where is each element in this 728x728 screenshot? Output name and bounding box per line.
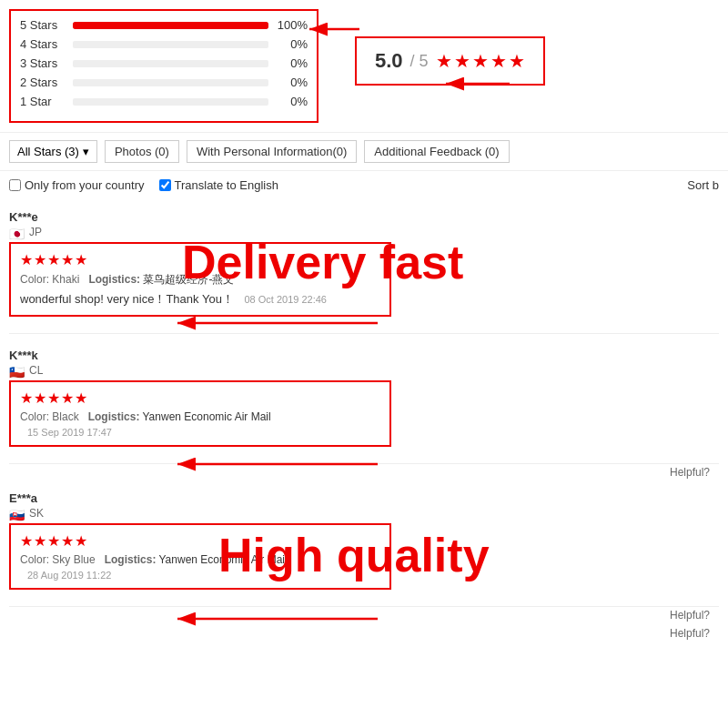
bar-label: 3 Stars xyxy=(20,56,66,70)
bar-row: 1 Star 0% xyxy=(20,95,308,108)
review-item: K***k 🇨🇱 CL ★★★★★ Color: Black Logistics… xyxy=(9,338,719,464)
bar-row: 4 Stars 0% xyxy=(20,37,308,51)
review-stars: ★★★★★ xyxy=(20,389,380,407)
reviewer-country: 🇸🇰 SK xyxy=(9,507,719,520)
score-divider: / 5 xyxy=(410,52,429,71)
bar-track xyxy=(73,22,268,29)
review-item: E***a 🇸🇰 SK ★★★★★ Color: Sky Blue Logist… xyxy=(9,480,719,607)
overall-stars: ★ ★ ★ ★ ★ xyxy=(436,50,525,72)
review-stars: ★★★★★ xyxy=(20,532,380,550)
page-wrapper: 5 Stars 100% 4 Stars 0% 3 Stars 0% 2 Sta… xyxy=(0,0,728,643)
options-row: Only from your country Translate to Engl… xyxy=(0,171,728,199)
reviewer-name: K***k xyxy=(9,349,719,362)
bar-label: 4 Stars xyxy=(20,37,66,51)
rating-bars: 5 Stars 100% 4 Stars 0% 3 Stars 0% 2 Sta… xyxy=(9,9,318,123)
helpful-row-1: Helpful? xyxy=(0,623,728,643)
bar-row: 2 Stars 0% xyxy=(20,76,308,89)
bar-pct: 100% xyxy=(276,18,308,32)
review-box: ★★★★★ Color: Khaki Logistics: 菜鸟超级经济-燕文 … xyxy=(9,242,391,317)
only-from-country-label[interactable]: Only from your country xyxy=(9,178,145,192)
review-date: 28 Aug 2019 11:22 xyxy=(27,570,380,581)
review-meta: Color: Black Logistics: Yanwen Economic … xyxy=(20,410,380,423)
country-code: JP xyxy=(29,226,42,238)
chevron-down-icon: ▾ xyxy=(83,145,89,158)
bar-track xyxy=(73,60,268,67)
bar-pct: 0% xyxy=(276,76,308,89)
country-flag: 🇨🇱 xyxy=(9,365,25,376)
review-box: ★★★★★ Color: Sky Blue Logistics: Yanwen … xyxy=(9,523,391,590)
reviewer-name: E***a xyxy=(9,491,719,505)
bar-label: 5 Stars xyxy=(20,18,66,32)
translate-to-english-label[interactable]: Translate to English xyxy=(159,178,278,192)
reviews-section: K***e 🇯🇵 JP ★★★★★ Color: Khaki Logistics… xyxy=(0,199,728,623)
bar-track xyxy=(73,41,268,48)
bar-row: 5 Stars 100% xyxy=(20,18,308,32)
review-meta: Color: Sky Blue Logistics: Yanwen Econom… xyxy=(20,553,380,566)
sort-by-label: Sort b xyxy=(687,178,719,192)
helpful-row-3: Helpful? xyxy=(9,607,719,623)
bar-pct: 0% xyxy=(276,56,308,70)
review-box: ★★★★★ Color: Black Logistics: Yanwen Eco… xyxy=(9,380,391,447)
review-text: wonderful shop! very nice！Thank You！ 08 … xyxy=(20,291,380,308)
bar-pct: 0% xyxy=(276,37,308,51)
stars-filter-dropdown[interactable]: All Stars (3) ▾ xyxy=(9,140,97,163)
review-item: K***e 🇯🇵 JP ★★★★★ Color: Khaki Logistics… xyxy=(9,199,719,334)
country-flag: 🇸🇰 xyxy=(9,508,25,519)
country-code: CL xyxy=(29,364,43,377)
bar-label: 1 Star xyxy=(20,95,66,108)
country-flag: 🇯🇵 xyxy=(9,227,25,238)
reviewer-name: K***e xyxy=(9,210,719,224)
bar-track xyxy=(73,98,268,106)
review-date: 08 Oct 2019 22:46 xyxy=(244,294,327,305)
review-date: 15 Sep 2019 17:47 xyxy=(27,427,380,438)
filter-bar: All Stars (3) ▾ Photos (0) With Personal… xyxy=(0,132,728,171)
bar-track xyxy=(73,79,268,86)
rating-right: 5.0 / 5 ★ ★ ★ ★ ★ xyxy=(355,9,545,123)
bar-row: 3 Stars 0% xyxy=(20,56,308,70)
translate-to-english-checkbox[interactable] xyxy=(159,179,171,191)
photos-filter-button[interactable]: Photos (0) xyxy=(105,140,179,163)
score-box: 5.0 / 5 ★ ★ ★ ★ ★ xyxy=(355,36,545,86)
personal-info-filter-button[interactable]: With Personal Information(0) xyxy=(187,140,357,163)
reviewer-country: 🇨🇱 CL xyxy=(9,364,719,377)
country-code: SK xyxy=(29,507,44,520)
helpful-row-2: Helpful? xyxy=(9,464,719,480)
review-stars: ★★★★★ xyxy=(20,251,380,268)
reviewer-country: 🇯🇵 JP xyxy=(9,226,719,238)
only-from-country-checkbox[interactable] xyxy=(9,179,21,191)
additional-feedback-filter-button[interactable]: Additional Feedback (0) xyxy=(364,140,509,163)
bar-fill xyxy=(73,22,268,29)
bar-label: 2 Stars xyxy=(20,76,66,89)
score-number: 5.0 xyxy=(375,49,403,73)
rating-section: 5 Stars 100% 4 Stars 0% 3 Stars 0% 2 Sta… xyxy=(0,0,728,132)
review-meta: Color: Khaki Logistics: 菜鸟超级经济-燕文 xyxy=(20,272,380,288)
bar-pct: 0% xyxy=(276,95,308,108)
